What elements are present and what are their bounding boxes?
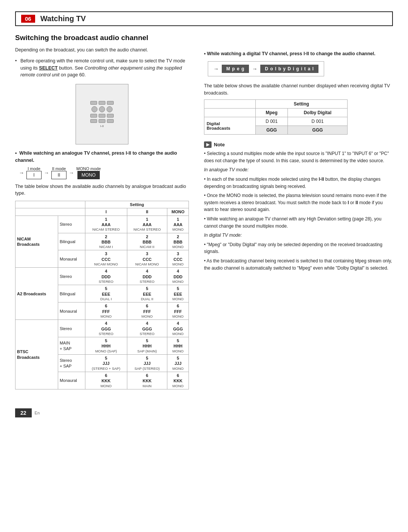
mode-i-label: I mode	[28, 166, 40, 171]
remote-btn-1	[90, 101, 97, 105]
nicam-stereo-ii: 1AAANICAM STEREO	[127, 216, 167, 233]
btsc-group-label: BTSCBroadcasts	[15, 320, 58, 389]
page-header: 06 Watching TV	[15, 11, 393, 26]
analogue-table-desc: The table below shows the available audi…	[15, 183, 189, 197]
btsc-stereo-sap-i: 5JJJ(STEREO + SAP)	[85, 355, 127, 372]
btsc-monaural-label: Monaural	[58, 372, 85, 389]
a2-stereo-label: Stereo	[58, 268, 85, 285]
remote-btn-4	[90, 114, 97, 118]
nicam-bilingual-label: Bilingual	[58, 233, 85, 250]
chapter-badge: 06	[21, 15, 35, 23]
remote-btn-7	[90, 119, 97, 123]
bullet-post: button. See	[58, 65, 85, 71]
note-title: Note	[214, 142, 225, 147]
col-i-header: I	[85, 208, 127, 216]
diagram-arrow-start: →	[213, 66, 219, 72]
mode-i-box: I	[26, 171, 42, 179]
arrow-1: →	[44, 170, 49, 176]
nicam-stereo-label: Stereo	[58, 216, 85, 233]
dolby-box: D o l b y D i g i t a l	[260, 65, 318, 73]
remote-circle-2	[99, 106, 105, 112]
remote-btn-2	[99, 101, 105, 105]
page-footer: 22 En	[0, 405, 408, 421]
a2-stereo-ii: 4DDDSTEREO	[127, 268, 167, 285]
remote-label: I-II	[100, 124, 104, 128]
analogue-table-wrapper: Setting I II MONO NICAMBroadcasts	[15, 201, 189, 389]
note-item-5: • "Mpeg" or "Dolby Digital" may only be …	[204, 241, 393, 255]
digital-dolby-ggg: GGG	[288, 126, 348, 135]
table-row: NICAMBroadcasts Stereo 1AAANICAM STEREO …	[15, 216, 189, 233]
a2-bilingual-ii: 5EEEDUAL II	[127, 285, 167, 302]
btsc-stereo-sap-mono: 5JJJMONO	[167, 355, 189, 372]
right-column: • While watching a digital TV channel, p…	[204, 47, 393, 393]
bullet-end: on page 60.	[60, 72, 86, 78]
btsc-main-sap-ii: 5HHHSAP (MAIN)	[127, 337, 167, 355]
mode-mono-col: MONO mode MONO	[76, 166, 101, 179]
mode-ii-col: II mode II	[51, 166, 66, 179]
diagram-arrow-mid: →	[252, 66, 257, 72]
nicam-monaural-mono: 3CCCMONO	[167, 250, 189, 268]
note-item-3: • Once the MONO mode is selected, the pl…	[204, 192, 393, 213]
a2-monaural-ii: 6FFFMONO	[127, 302, 167, 320]
nicam-group-label: NICAMBroadcasts	[15, 216, 58, 268]
mode-ii-label: II mode	[52, 166, 66, 171]
col-ii-header: II	[127, 208, 167, 216]
btsc-main-sap-label: MAIN+ SAP	[58, 337, 85, 355]
nicam-monaural-label: Monaural	[58, 250, 85, 268]
mode-mono-box: MONO	[77, 171, 100, 179]
note-analogue-mode-header: In analogue TV mode:	[204, 166, 393, 174]
btsc-main-sap-i: 5HHHMONO (SAP)	[85, 337, 127, 355]
btsc-monaural-ii: 6KKKMAIN	[127, 372, 167, 389]
mpeg-box: M p e g	[222, 65, 249, 73]
remote-circle-1	[91, 106, 97, 112]
nicam-monaural-i: 3CCCNICAM MONO	[85, 250, 127, 268]
btsc-stereo-sap-ii: 5JJJSAP (STEREO)	[127, 355, 167, 372]
btsc-stereo-ii: 4GGGSTEREO	[127, 320, 167, 337]
page-number-badge: 22	[15, 408, 32, 417]
two-column-layout: Depending on the broadcast, you can swit…	[15, 47, 393, 393]
a2-monaural-i: 6FFFMONO	[85, 302, 127, 320]
btsc-monaural-i: 6KKKMONO	[85, 372, 127, 389]
bullet-bold: SELECT	[39, 65, 57, 71]
btsc-stereo-sap-label: Stereo+ SAP	[58, 355, 85, 372]
remote-btn-5	[99, 114, 105, 118]
btsc-stereo-label: Stereo	[58, 320, 85, 337]
mode-diagram: → I mode I → II mode II → MONO mode MONO	[19, 166, 189, 179]
btsc-main-sap-mono: 5HHHMONO	[167, 337, 189, 355]
remote-btn-3	[107, 101, 114, 105]
digital-instruction: • While watching a digital TV channel, p…	[204, 50, 393, 57]
mpeg-diagram: → M p e g → D o l b y D i g i t a l	[208, 61, 324, 76]
left-column: Depending on the broadcast, you can swit…	[15, 47, 189, 393]
table-row: A2 Broadcasts Stereo 4DDDSTEREO 4DDDSTER…	[15, 268, 189, 285]
bullet-select-info: Before operating with the remote control…	[15, 57, 189, 79]
digital-mpeg-ggg: GGG	[255, 126, 288, 135]
nicam-stereo-mono: 1AAAMONO	[167, 216, 189, 233]
digital-mpeg-header: Mpeg	[255, 109, 288, 117]
intro-text: Depending on the broadcast, you can swit…	[15, 47, 189, 54]
digital-dolby-header: Dolby Digital	[288, 109, 348, 117]
nicam-bilingual-i: 2BBBNICAM I	[85, 233, 127, 250]
nicam-monaural-ii: 3CCCNICAM MONO	[127, 250, 167, 268]
analogue-instruction: • While watching an analogue TV channel,…	[15, 150, 189, 164]
section-title: Switching the broadcast audio channel	[15, 34, 393, 42]
note-icon: ▶	[204, 141, 212, 148]
page-lang: En	[35, 411, 40, 415]
remote-btn-9	[107, 119, 114, 123]
table-row: BTSCBroadcasts Stereo 4GGGSTEREO 4GGGSTE…	[15, 320, 189, 337]
a2-stereo-mono: 4DDDMONO	[167, 268, 189, 285]
a2-monaural-label: Monaural	[58, 302, 85, 320]
btsc-stereo-i: 4GGGSTEREO	[85, 320, 127, 337]
btsc-monaural-mono: 6KKKMONO	[167, 372, 189, 389]
arrow-2: →	[69, 170, 74, 176]
arrow-start: →	[19, 170, 24, 176]
mode-i-col: I mode I	[26, 166, 42, 179]
analogue-table: Setting I II MONO NICAMBroadcasts	[15, 201, 189, 389]
note-item-1: • Selecting a sound multiplex mode while…	[204, 150, 393, 164]
note-item-2: • In each of the sound multiplex mode se…	[204, 176, 393, 190]
digital-mpeg-d001: D 001	[255, 117, 288, 126]
mode-ii-box: II	[51, 171, 66, 179]
btsc-stereo-mono: 4GGGMONO	[167, 320, 189, 337]
remote-btn-8	[99, 119, 105, 123]
note-item-6: • As the broadcasting channel being rece…	[204, 257, 393, 271]
digital-dolby-d001: D 001	[288, 117, 348, 126]
